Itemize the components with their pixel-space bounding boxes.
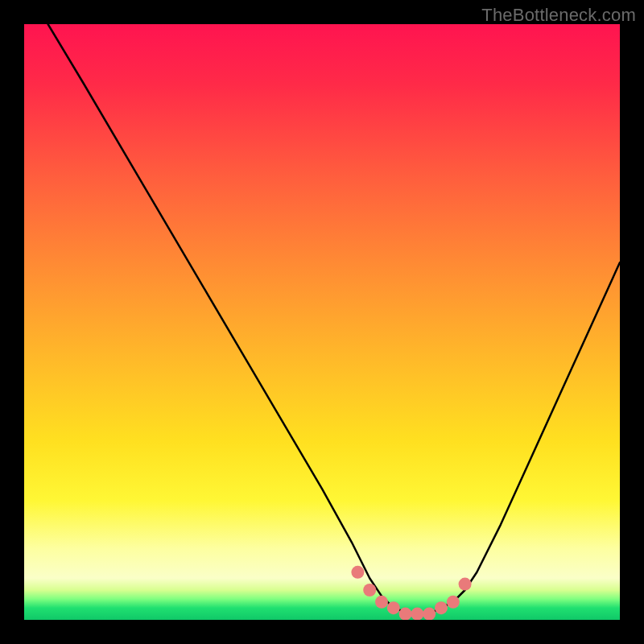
marker-dot bbox=[411, 608, 423, 620]
marker-dot bbox=[351, 566, 364, 579]
highlight-markers bbox=[351, 566, 471, 620]
marker-dot bbox=[375, 596, 388, 609]
marker-dot bbox=[435, 601, 448, 614]
watermark-label: TheBottleneck.com bbox=[481, 5, 636, 26]
marker-dot bbox=[387, 601, 400, 614]
chart-frame: TheBottleneck.com bbox=[0, 0, 644, 644]
marker-dot bbox=[447, 596, 460, 609]
marker-dot bbox=[423, 608, 436, 620]
plot-area bbox=[24, 24, 620, 620]
bottleneck-curve bbox=[48, 24, 620, 614]
marker-dot bbox=[363, 584, 376, 597]
chart-svg bbox=[24, 24, 620, 620]
marker-dot bbox=[459, 578, 472, 591]
marker-dot bbox=[399, 608, 412, 620]
